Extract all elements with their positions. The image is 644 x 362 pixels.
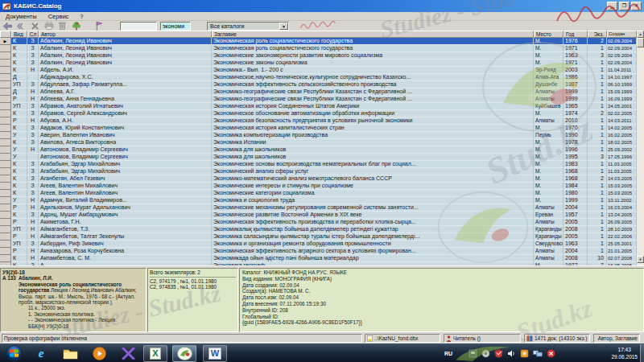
header-year[interactable]: Год bbox=[564, 31, 588, 38]
catalog-select-value: Все каталоги bbox=[210, 23, 245, 29]
vertical-scrollbar[interactable]: ▲ ▼ bbox=[637, 31, 644, 265]
clock[interactable]: 17:43 29.06.2015 bbox=[611, 346, 638, 360]
title-bar[interactable]: КАБИС.Catalog ▁ ❐ ✕ bbox=[0, 0, 644, 12]
table-row[interactable]: РНАбуова, А.Н.Экономическая безопасность… bbox=[0, 117, 637, 125]
quick-filter-input[interactable] bbox=[120, 22, 157, 31]
header-title[interactable]: Заглавие bbox=[212, 31, 534, 38]
spellcheck-status: Проверка орфографии отключена bbox=[2, 334, 362, 343]
chevron-down-icon[interactable]: ▼ bbox=[279, 23, 288, 30]
table-row[interactable]: КЗАбалкин, Леонид ИвановичЭкономическая … bbox=[0, 45, 637, 52]
table-row[interactable]: КЗАдонц, Мушег АмбарцумовичЭкономическое… bbox=[0, 212, 637, 219]
detail-line: Создал(а): НАМЕТОВА М. С. bbox=[242, 288, 641, 294]
table-row[interactable]: КНАбдель, А.И.Экономика.- Вып. 1.- 200 с… bbox=[0, 67, 637, 74]
catalog-tree-icon[interactable] bbox=[70, 21, 82, 31]
table-row[interactable]: КЗАбрамов, Сергей АлександровичЭкономиче… bbox=[0, 110, 637, 117]
header-sl[interactable]: Сл bbox=[27, 31, 39, 38]
kabis-task-icon[interactable] bbox=[172, 345, 196, 362]
detail-line: Каталог: КНИЖНЫЙ ФОНД НА РУС. ЯЗЫКЕ bbox=[242, 269, 641, 276]
close-button[interactable]: ✕ bbox=[631, 2, 642, 10]
tray-network-icon[interactable] bbox=[533, 349, 543, 358]
menu-bar: Документы Сервис ? bbox=[0, 12, 644, 21]
sort-az-icon bbox=[596, 335, 597, 342]
table-row[interactable]: КЗАганбегян, Абел ГезевичЭкономико-матем… bbox=[0, 175, 637, 183]
table-row[interactable]: УПНАймаганбетов, Т.З.Экономикалық қылмыс… bbox=[0, 226, 637, 233]
menu-service[interactable]: Сервис bbox=[43, 13, 75, 20]
header-created[interactable]: Создан bbox=[607, 31, 637, 38]
card-description: Экономическая роль социалистического гос… bbox=[2, 282, 144, 306]
table-row[interactable]: УАвтономов, Владимир СергеевичЭкономика … bbox=[0, 154, 637, 161]
language-indicator[interactable]: RU bbox=[444, 344, 452, 362]
menu-documents[interactable]: Документы bbox=[0, 13, 43, 20]
table-row[interactable]: УНАдамчук, Виталий Владимиров...Экономик… bbox=[0, 197, 637, 204]
clock-time: 17:43 bbox=[611, 346, 638, 353]
minimize-button[interactable]: ▁ bbox=[607, 2, 617, 10]
card-extra-lines: 11 к., 25000 экз.1. Экономическая полити… bbox=[2, 305, 144, 329]
print-icon[interactable] bbox=[43, 21, 55, 31]
ie-icon[interactable]: e bbox=[29, 345, 53, 362]
forward-icon[interactable] bbox=[15, 21, 27, 31]
card-line: 11 к., 25000 экз. bbox=[28, 305, 144, 311]
table-row[interactable]: КЗАгабабьян, Эдгар МихайловичЭкономическ… bbox=[0, 161, 637, 168]
reader-icon bbox=[446, 335, 452, 342]
header-copies[interactable]: Экз. bbox=[588, 31, 607, 38]
header-vid[interactable]: Вид bbox=[11, 31, 27, 38]
table-row[interactable]: КЗАбалкин, Леонид ИвановичЭкономические … bbox=[0, 60, 637, 67]
tray-update-icon[interactable] bbox=[481, 349, 490, 358]
table-row[interactable]: РНАблеева, Анна ГеннадьевнаЭкономико-гео… bbox=[0, 96, 637, 103]
tray-alert-icon[interactable] bbox=[547, 349, 555, 358]
search-input[interactable] bbox=[160, 22, 191, 31]
table-row[interactable]: КЗАгеев, Валентин МихайловичЭкономически… bbox=[0, 183, 637, 190]
header-place[interactable]: Место bbox=[534, 31, 564, 38]
table-row[interactable]: РНАкназарова, Роза КорчубековнаЭкономиче… bbox=[0, 248, 637, 255]
excel-task-icon[interactable]: X bbox=[143, 345, 167, 362]
media-player-icon[interactable] bbox=[87, 345, 111, 362]
documents-count-status: 1471 док. (14310 экз.) bbox=[524, 334, 590, 343]
tray-volume-icon[interactable] bbox=[507, 349, 516, 358]
tray-agent-icon[interactable] bbox=[520, 349, 529, 358]
table-row[interactable]: ▶КЗАбалкин, Леонид ИвановичЭкономическая… bbox=[0, 38, 637, 45]
tray-antivirus-icon[interactable] bbox=[494, 349, 503, 358]
status-bar: Проверка орфографии отключена ..\KazNU_f… bbox=[0, 332, 644, 343]
reader-status: Читатель () bbox=[444, 334, 521, 343]
table-row[interactable]: РНАдильханов, Мурат АдильхановичЭкономич… bbox=[0, 204, 637, 212]
table-row[interactable]: РНАкиметова, Г.Н.Экономическая эффективн… bbox=[0, 219, 637, 226]
maximize-button[interactable]: ❐ bbox=[619, 2, 630, 10]
catalog-select[interactable]: Все каталоги ▼ bbox=[207, 22, 289, 31]
menu-help[interactable]: ? bbox=[74, 13, 89, 20]
filter-flag-icon[interactable] bbox=[93, 21, 105, 31]
scroll-thumb[interactable] bbox=[637, 38, 644, 47]
card-author: Абалкин, Л.И. bbox=[19, 275, 53, 281]
table-row[interactable]: УЗАверин, Валентин ИвановичЭкономика ком… bbox=[0, 132, 637, 139]
table-row[interactable]: КЗАвилова, Агнеса ВикторовнаЭкономика Ис… bbox=[0, 139, 637, 146]
table-row[interactable]: УПЗАкбердин, Риф ЗияевичЭкономика и орга… bbox=[0, 241, 637, 248]
table-row[interactable]: КЗАгеев, Валентин МихайловичЭкономически… bbox=[0, 190, 637, 197]
header-author[interactable]: Автор bbox=[39, 31, 212, 38]
scroll-up-icon[interactable]: ▲ bbox=[637, 31, 644, 38]
table-row[interactable]: РНАймаганбетов, Талгат ЗекенулыЭкономика… bbox=[0, 233, 637, 241]
window-title: КАБИС.Catalog bbox=[14, 2, 62, 10]
table-row[interactable]: УПЗАбрамов, Анатолий ИгнатьевичЭкономиче… bbox=[0, 103, 637, 110]
purple-x-app-icon[interactable] bbox=[116, 345, 140, 362]
scroll-down-icon[interactable]: ▼ bbox=[637, 256, 644, 263]
word-task-icon[interactable]: W bbox=[203, 345, 227, 362]
table-row[interactable]: УНАвтономов, Владимир СергеевичЭкономика… bbox=[0, 146, 637, 154]
table-row[interactable]: КЗАгабабьян, Эдгар МихайловичЭкономическ… bbox=[0, 168, 637, 175]
table-row[interactable]: ДАбдикадырова, Х.С.Экономическое,научно-… bbox=[0, 74, 637, 81]
app-icon bbox=[2, 2, 10, 10]
show-desktop-button[interactable] bbox=[640, 344, 644, 362]
table-row[interactable]: ДНАблеева, А.Г.Экономико-географические … bbox=[0, 88, 637, 96]
trash-icon[interactable] bbox=[56, 21, 68, 31]
explorer-folder-icon[interactable] bbox=[58, 345, 82, 362]
taskbar: e X W RU bbox=[0, 343, 644, 362]
table-row[interactable]: КЗАвдаков, Юрий КонстантиновичЭкономичес… bbox=[0, 125, 637, 132]
tray-app-icon[interactable] bbox=[469, 349, 477, 358]
file-icon bbox=[367, 335, 373, 342]
catalog-card-panel: У9(2)0-18 А 133 Абалкин, Л.И. Экономичес… bbox=[0, 268, 147, 332]
delete-icon[interactable] bbox=[29, 21, 41, 31]
table-row[interactable]: КЗАбалкин, Леонид ИвановичЭкономические … bbox=[0, 52, 637, 60]
start-button[interactable] bbox=[2, 345, 26, 362]
table-row[interactable]: УПЗАбдуллаев, Зафар Рахматулла...Экономи… bbox=[0, 81, 637, 88]
back-icon[interactable] bbox=[2, 21, 14, 31]
clock-date: 29.06.2015 bbox=[611, 353, 638, 360]
table-row[interactable]: КНАкпамбетова, С. М.Экономикада ойын әді… bbox=[0, 255, 637, 262]
